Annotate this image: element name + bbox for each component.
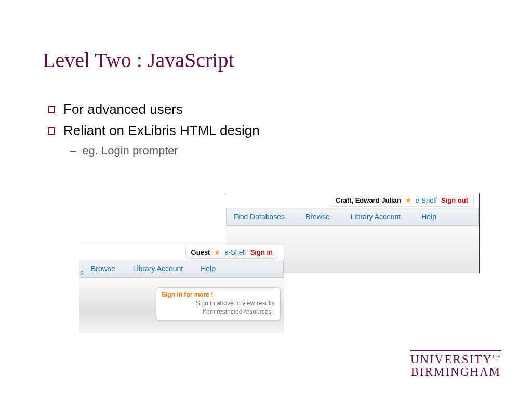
bullet-text: For advanced users (63, 101, 183, 117)
eshelf-link[interactable]: e-Shelf (224, 248, 246, 256)
slide-title: Level Two : JavaScript (43, 48, 234, 72)
nav-browse[interactable]: Browse (305, 212, 330, 221)
nav-help[interactable]: Help (421, 212, 436, 221)
star-icon: ★ (405, 196, 411, 204)
logo-line-1: UNIVERSITYOF (410, 353, 501, 366)
truncated-nav-text: s (80, 269, 84, 277)
logo-text: UNIVERSITY (410, 353, 493, 366)
sub-bullet-item: – eg. Login prompter (70, 144, 260, 157)
nav-bar: Find Databases Browse Library Account He… (226, 208, 479, 225)
sub-bullet-text: eg. Login prompter (82, 144, 178, 157)
user-name: Craft, Edward Julian (336, 196, 401, 204)
square-bullet-icon (48, 106, 55, 113)
nav-find-databases[interactable]: Find Databases (234, 212, 285, 221)
dash-bullet-icon: – (70, 144, 76, 157)
logo-line-2: BIRMINGHAM (410, 366, 501, 378)
account-bar: Guest ★ e-Shelf Sign in (79, 245, 284, 260)
nav-browse[interactable]: Browse (91, 264, 115, 273)
login-prompt-tooltip: Sign in for more ! Sign in above to view… (156, 287, 281, 321)
account-bar: Craft, Edward Julian ★ e-Shelf Sign out (226, 193, 479, 208)
eshelf-link[interactable]: e-Shelf (416, 196, 437, 204)
square-bullet-icon (48, 127, 55, 135)
nav-help[interactable]: Help (201, 264, 216, 273)
star-icon: ★ (214, 248, 220, 256)
user-name: Guest (191, 248, 210, 256)
sign-in-link[interactable]: Sign in (250, 248, 273, 256)
bullet-item: For advanced users (48, 101, 260, 117)
nav-bar: s Browse Library Account Help (79, 260, 284, 277)
bullet-list: For advanced users Reliant on ExLibris H… (48, 101, 260, 157)
nav-library-account[interactable]: Library Account (351, 212, 401, 221)
bullet-item: Reliant on ExLibris HTML design (48, 123, 260, 139)
prompt-line: Sign in above to view results (196, 300, 275, 307)
nav-library-account[interactable]: Library Account (133, 264, 183, 273)
sign-out-link[interactable]: Sign out (441, 196, 468, 204)
bullet-text: Reliant on ExLibris HTML design (63, 123, 260, 139)
university-logo: UNIVERSITYOF BIRMINGHAM (410, 350, 501, 378)
account-tab: Guest ★ e-Shelf Sign in (185, 247, 278, 259)
prompt-body: Sign in above to view results from restr… (162, 299, 275, 316)
logo-of-text: OF (493, 353, 501, 360)
logo-rule-icon (410, 350, 501, 351)
prompt-title: Sign in for more ! (162, 291, 275, 298)
account-tab: Craft, Edward Julian ★ e-Shelf Sign out (330, 195, 474, 207)
content-area: Sign in for more ! Sign in above to view… (79, 277, 284, 332)
prompt-line: from restricted resources ! (203, 308, 275, 315)
screenshot-guest: Guest ★ e-Shelf Sign in s Browse Library… (79, 245, 284, 332)
